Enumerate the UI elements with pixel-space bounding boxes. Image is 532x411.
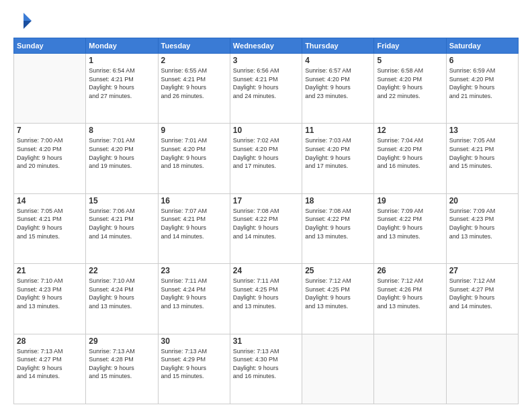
weekday-header-friday: Friday <box>374 38 446 54</box>
calendar-cell: 31Sunrise: 7:13 AM Sunset: 4:30 PM Dayli… <box>230 334 302 404</box>
calendar-cell <box>302 334 374 404</box>
weekday-header-wednesday: Wednesday <box>230 38 302 54</box>
day-number: 21 <box>17 266 83 275</box>
day-number: 7 <box>17 126 83 135</box>
day-number: 25 <box>305 266 371 275</box>
day-info: Sunrise: 7:09 AM Sunset: 4:22 PM Dayligh… <box>377 207 443 240</box>
day-number: 6 <box>449 56 515 65</box>
day-number: 2 <box>161 56 227 65</box>
svg-marker-1 <box>24 21 32 29</box>
page: SundayMondayTuesdayWednesdayThursdayFrid… <box>0 0 532 411</box>
calendar-cell: 1Sunrise: 6:54 AM Sunset: 4:21 PM Daylig… <box>86 54 158 124</box>
day-number: 11 <box>305 126 371 135</box>
calendar-cell: 8Sunrise: 7:01 AM Sunset: 4:20 PM Daylig… <box>86 124 158 193</box>
logo <box>13 11 36 31</box>
calendar-cell: 22Sunrise: 7:10 AM Sunset: 4:24 PM Dayli… <box>86 264 158 334</box>
day-number: 16 <box>161 196 227 205</box>
calendar-cell: 18Sunrise: 7:08 AM Sunset: 4:22 PM Dayli… <box>302 193 374 263</box>
day-info: Sunrise: 7:00 AM Sunset: 4:20 PM Dayligh… <box>17 136 83 170</box>
day-info: Sunrise: 6:56 AM Sunset: 4:21 PM Dayligh… <box>233 66 299 100</box>
day-number: 3 <box>233 56 299 65</box>
day-info: Sunrise: 7:03 AM Sunset: 4:20 PM Dayligh… <box>305 136 371 170</box>
day-number: 10 <box>233 126 299 135</box>
day-number: 5 <box>377 56 443 65</box>
calendar-cell: 24Sunrise: 7:11 AM Sunset: 4:25 PM Dayli… <box>230 264 302 334</box>
day-info: Sunrise: 7:05 AM Sunset: 4:21 PM Dayligh… <box>449 136 515 170</box>
day-info: Sunrise: 7:01 AM Sunset: 4:20 PM Dayligh… <box>161 136 227 170</box>
day-info: Sunrise: 6:55 AM Sunset: 4:21 PM Dayligh… <box>161 66 227 100</box>
calendar-week-row: 1Sunrise: 6:54 AM Sunset: 4:21 PM Daylig… <box>14 54 519 124</box>
day-info: Sunrise: 7:08 AM Sunset: 4:22 PM Dayligh… <box>305 207 371 240</box>
day-number: 29 <box>89 336 154 346</box>
day-number: 23 <box>161 266 227 275</box>
day-info: Sunrise: 7:02 AM Sunset: 4:20 PM Dayligh… <box>233 136 299 170</box>
day-number: 24 <box>233 266 299 275</box>
day-info: Sunrise: 7:04 AM Sunset: 4:20 PM Dayligh… <box>377 136 443 170</box>
day-info: Sunrise: 7:13 AM Sunset: 4:29 PM Dayligh… <box>161 347 227 381</box>
calendar-cell: 5Sunrise: 6:58 AM Sunset: 4:20 PM Daylig… <box>374 54 446 124</box>
day-number: 27 <box>449 266 515 275</box>
day-info: Sunrise: 7:10 AM Sunset: 4:23 PM Dayligh… <box>17 277 83 310</box>
calendar-cell: 13Sunrise: 7:05 AM Sunset: 4:21 PM Dayli… <box>446 124 518 193</box>
day-number: 19 <box>377 196 443 205</box>
calendar-cell: 20Sunrise: 7:09 AM Sunset: 4:23 PM Dayli… <box>446 193 518 263</box>
calendar-cell: 4Sunrise: 6:57 AM Sunset: 4:20 PM Daylig… <box>302 54 374 124</box>
calendar-cell: 10Sunrise: 7:02 AM Sunset: 4:20 PM Dayli… <box>230 124 302 193</box>
header <box>13 11 519 31</box>
calendar-cell: 7Sunrise: 7:00 AM Sunset: 4:20 PM Daylig… <box>14 124 86 193</box>
calendar-cell: 12Sunrise: 7:04 AM Sunset: 4:20 PM Dayli… <box>374 124 446 193</box>
day-number: 14 <box>17 196 83 205</box>
day-number: 17 <box>233 196 299 205</box>
day-info: Sunrise: 7:13 AM Sunset: 4:27 PM Dayligh… <box>17 347 83 381</box>
day-info: Sunrise: 7:07 AM Sunset: 4:21 PM Dayligh… <box>161 207 227 240</box>
day-info: Sunrise: 6:59 AM Sunset: 4:20 PM Dayligh… <box>449 66 515 100</box>
day-info: Sunrise: 6:57 AM Sunset: 4:20 PM Dayligh… <box>305 66 371 100</box>
calendar-week-row: 21Sunrise: 7:10 AM Sunset: 4:23 PM Dayli… <box>14 264 519 334</box>
day-info: Sunrise: 7:13 AM Sunset: 4:30 PM Dayligh… <box>233 347 299 381</box>
calendar-cell <box>374 334 446 404</box>
day-number: 26 <box>377 266 443 275</box>
day-info: Sunrise: 7:06 AM Sunset: 4:21 PM Dayligh… <box>89 207 154 240</box>
day-info: Sunrise: 7:01 AM Sunset: 4:20 PM Dayligh… <box>89 136 154 170</box>
calendar-cell: 2Sunrise: 6:55 AM Sunset: 4:21 PM Daylig… <box>158 54 230 124</box>
weekday-header-monday: Monday <box>86 38 158 54</box>
day-number: 30 <box>161 336 227 346</box>
calendar-cell: 16Sunrise: 7:07 AM Sunset: 4:21 PM Dayli… <box>158 193 230 263</box>
calendar-cell: 28Sunrise: 7:13 AM Sunset: 4:27 PM Dayli… <box>14 334 86 404</box>
calendar-cell: 9Sunrise: 7:01 AM Sunset: 4:20 PM Daylig… <box>158 124 230 193</box>
weekday-header-saturday: Saturday <box>446 38 518 54</box>
calendar-cell: 25Sunrise: 7:12 AM Sunset: 4:25 PM Dayli… <box>302 264 374 334</box>
day-number: 1 <box>89 56 154 65</box>
day-info: Sunrise: 7:05 AM Sunset: 4:21 PM Dayligh… <box>17 207 83 240</box>
day-info: Sunrise: 6:58 AM Sunset: 4:20 PM Dayligh… <box>377 66 443 100</box>
day-number: 15 <box>89 196 154 205</box>
day-info: Sunrise: 7:11 AM Sunset: 4:24 PM Dayligh… <box>161 277 227 310</box>
weekday-header-thursday: Thursday <box>302 38 374 54</box>
day-info: Sunrise: 7:08 AM Sunset: 4:22 PM Dayligh… <box>233 207 299 240</box>
calendar-cell: 30Sunrise: 7:13 AM Sunset: 4:29 PM Dayli… <box>158 334 230 404</box>
calendar-cell: 23Sunrise: 7:11 AM Sunset: 4:24 PM Dayli… <box>158 264 230 334</box>
calendar-week-row: 14Sunrise: 7:05 AM Sunset: 4:21 PM Dayli… <box>14 193 519 263</box>
day-number: 20 <box>449 196 515 205</box>
calendar-cell <box>446 334 518 404</box>
day-info: Sunrise: 7:09 AM Sunset: 4:23 PM Dayligh… <box>449 207 515 240</box>
calendar-table: SundayMondayTuesdayWednesdayThursdayFrid… <box>13 38 519 404</box>
day-number: 9 <box>161 126 227 135</box>
day-info: Sunrise: 7:12 AM Sunset: 4:25 PM Dayligh… <box>305 277 371 310</box>
day-number: 12 <box>377 126 443 135</box>
day-number: 22 <box>89 266 154 275</box>
day-number: 18 <box>305 196 371 205</box>
calendar-cell: 17Sunrise: 7:08 AM Sunset: 4:22 PM Dayli… <box>230 193 302 263</box>
day-info: Sunrise: 6:54 AM Sunset: 4:21 PM Dayligh… <box>89 66 154 100</box>
calendar-cell: 11Sunrise: 7:03 AM Sunset: 4:20 PM Dayli… <box>302 124 374 193</box>
calendar-cell: 19Sunrise: 7:09 AM Sunset: 4:22 PM Dayli… <box>374 193 446 263</box>
calendar-cell: 15Sunrise: 7:06 AM Sunset: 4:21 PM Dayli… <box>86 193 158 263</box>
logo-icon <box>13 11 34 31</box>
day-number: 8 <box>89 126 154 135</box>
weekday-header-row: SundayMondayTuesdayWednesdayThursdayFrid… <box>14 38 519 54</box>
calendar-cell <box>14 54 86 124</box>
day-info: Sunrise: 7:12 AM Sunset: 4:26 PM Dayligh… <box>377 277 443 310</box>
calendar-cell: 3Sunrise: 6:56 AM Sunset: 4:21 PM Daylig… <box>230 54 302 124</box>
day-number: 13 <box>449 126 515 135</box>
day-info: Sunrise: 7:11 AM Sunset: 4:25 PM Dayligh… <box>233 277 299 310</box>
